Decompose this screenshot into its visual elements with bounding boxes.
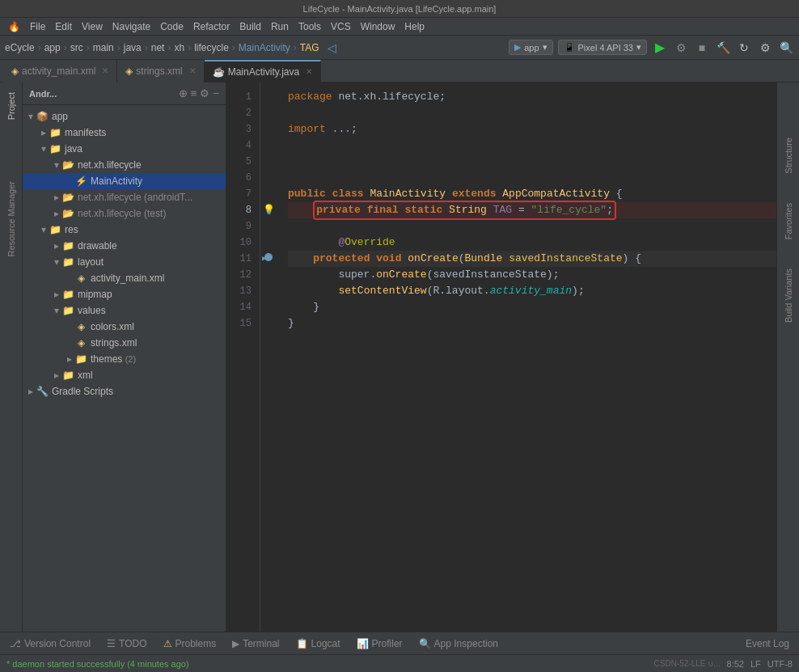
- sidebar-tab-structure[interactable]: Structure: [780, 131, 797, 180]
- bc-lifecycle[interactable]: lifecycle: [194, 42, 229, 53]
- tree-item-manifests[interactable]: ▸ 📁 manifests: [23, 125, 226, 141]
- tab-close-icon[interactable]: ✕: [306, 67, 312, 76]
- menu-run[interactable]: Run: [266, 19, 294, 34]
- bottom-tab-todo[interactable]: ☰ TODO: [104, 636, 150, 651]
- bc-java[interactable]: java: [124, 42, 142, 53]
- menu-bar: 🔥 File Edit View Navigate Code Refactor …: [0, 18, 799, 36]
- tab-activity-main-xml[interactable]: ◈ activity_main.xml ✕: [3, 60, 117, 82]
- tree-item-drawable[interactable]: ▸ 📁 drawable: [23, 238, 226, 254]
- tab-mainactivity-java[interactable]: ☕ MainActivity.java ✕: [205, 60, 321, 82]
- tree-item-mainactivity[interactable]: ⚡ MainActivity: [23, 173, 226, 189]
- tab-label: MainActivity.java: [228, 66, 299, 78]
- expand-arrow-icon: ▾: [26, 111, 36, 122]
- bc-src[interactable]: src: [70, 42, 83, 53]
- bottom-tab-profiler[interactable]: 📊 Profiler: [353, 636, 406, 651]
- bc-mainactivity[interactable]: MainActivity: [239, 42, 290, 53]
- tree-item-xml-folder[interactable]: ▸ 📁 xml: [23, 367, 226, 383]
- bottom-tab-event-log[interactable]: Event Log: [742, 636, 793, 651]
- menu-refactor[interactable]: Refactor: [188, 19, 235, 34]
- bottom-tab-app-inspection[interactable]: 🔍 App Inspection: [416, 636, 501, 651]
- menu-navigate[interactable]: Navigate: [108, 19, 155, 34]
- sidebar-tab-favorites[interactable]: Favorites: [780, 197, 797, 246]
- back-arrow-icon[interactable]: ◁: [328, 41, 336, 54]
- logcat-icon: 📋: [296, 638, 308, 649]
- tree-item-gradle-scripts[interactable]: ▸ 🔧 Gradle Scripts: [23, 383, 226, 399]
- tree-label: net.xh.lifecycle (test): [78, 208, 166, 219]
- menu-vcs[interactable]: VCS: [326, 19, 356, 34]
- bc-ecycle[interactable]: eCycle: [5, 42, 35, 53]
- debug-button[interactable]: ⚙: [673, 40, 689, 56]
- tree-item-package-test[interactable]: ▸ 📂 net.xh.lifecycle (test): [23, 205, 226, 222]
- search-button[interactable]: 🔍: [778, 40, 794, 56]
- run-button[interactable]: ▶: [652, 40, 668, 56]
- bc-xh[interactable]: xh: [174, 42, 184, 53]
- tree-item-mipmap[interactable]: ▸ 📁 mipmap: [23, 286, 226, 302]
- tree-item-app[interactable]: ▾ 📦 app: [23, 108, 226, 125]
- menu-code[interactable]: Code: [155, 19, 188, 34]
- code-line-1: package net.xh.lifecycle;: [288, 89, 776, 105]
- main-content: Project Resource Manager Andr... ⊕ ≡ ⚙ −…: [0, 82, 799, 632]
- tab-strings-xml[interactable]: ◈ strings.xml ✕: [117, 60, 204, 82]
- code-editor[interactable]: 1 2 3 4 5 6 7 8 9 10 11 12 13 14 15: [226, 82, 776, 632]
- folder-icon: 📁: [49, 126, 61, 139]
- package-icon: 📂: [61, 158, 74, 171]
- window-title: LifeCycle - MainActivity.java [LifeCycle…: [6, 4, 793, 14]
- menu-window[interactable]: Window: [356, 19, 400, 34]
- run-config-selector[interactable]: ▶ app ▾: [509, 40, 552, 55]
- tree-item-themes[interactable]: ▸ 📁 themes (2): [23, 351, 226, 367]
- menu-file[interactable]: File: [25, 19, 50, 34]
- tree-item-package-main[interactable]: ▾ 📂 net.xh.lifecycle: [23, 157, 226, 173]
- tree-item-res[interactable]: ▾ 📁 res: [23, 222, 226, 238]
- highlighted-code-box: private final static String TAG = "life_…: [313, 201, 616, 220]
- activity-icon: ⚡: [74, 175, 87, 188]
- tree-item-colors-xml[interactable]: ◈ colors.xml: [23, 319, 226, 335]
- tab-close-icon[interactable]: ✕: [189, 66, 196, 75]
- sidebar-tab-build-variants[interactable]: Build Variants: [780, 262, 797, 329]
- run-config-dropdown-icon: ▾: [543, 42, 547, 53]
- collapse-all-icon[interactable]: ≡: [191, 87, 197, 99]
- tree-item-package-android[interactable]: ▸ 📂 net.xh.lifecycle (androidT...: [23, 189, 226, 205]
- code-line-10: @Override: [288, 235, 776, 251]
- tree-label: MainActivity: [91, 175, 142, 187]
- bc-main[interactable]: main: [93, 42, 114, 53]
- bottom-tab-version-control[interactable]: ⎇ Version Control: [6, 636, 94, 651]
- bc-net[interactable]: net: [151, 42, 165, 53]
- menu-help[interactable]: Help: [400, 19, 429, 34]
- tree-item-layout[interactable]: ▾ 📁 layout: [23, 254, 226, 270]
- tree-item-java[interactable]: ▾ 📁 java: [23, 141, 226, 157]
- folder-icon: 📁: [61, 369, 74, 382]
- sidebar-tab-resource-manager[interactable]: Resource Manager: [3, 175, 19, 264]
- sidebar-tab-project[interactable]: Project: [3, 86, 19, 126]
- menu-build[interactable]: Build: [235, 19, 266, 34]
- build-button[interactable]: 🔨: [715, 40, 731, 56]
- menu-view[interactable]: View: [77, 19, 108, 34]
- tree-item-values[interactable]: ▾ 📁 values: [23, 302, 226, 319]
- settings-gear-icon[interactable]: ⚙: [200, 87, 209, 99]
- device-selector[interactable]: 📱 Pixel 4 API 33 ▾: [558, 40, 648, 55]
- tree-item-strings-xml[interactable]: ◈ strings.xml: [23, 335, 226, 351]
- device-icon: 📱: [564, 42, 575, 53]
- bc-app[interactable]: app: [44, 42, 61, 53]
- status-encoding: UTF-8: [767, 659, 793, 669]
- menu-edit[interactable]: Edit: [50, 19, 77, 34]
- code-content[interactable]: package net.xh.lifecycle; import ...; pu…: [278, 82, 776, 632]
- bottom-tab-terminal[interactable]: ▶ Terminal: [229, 636, 282, 651]
- tab-close-icon[interactable]: ✕: [102, 66, 108, 75]
- bottom-tab-logcat[interactable]: 📋 Logcat: [293, 636, 344, 651]
- stop-button[interactable]: ■: [694, 40, 710, 56]
- code-line-13: setContentView(R.layout.activity_main);: [288, 283, 776, 299]
- expand-arrow-icon: ▾: [52, 305, 61, 316]
- bc-tag[interactable]: TAG: [300, 42, 319, 53]
- bottom-tab-problems[interactable]: ⚠ Problems: [160, 636, 220, 651]
- menu-tools[interactable]: Tools: [294, 19, 326, 34]
- menu-fire[interactable]: 🔥: [3, 19, 25, 34]
- settings-button[interactable]: ⚙: [757, 40, 773, 56]
- sync-button[interactable]: ↻: [736, 40, 752, 56]
- close-panel-icon[interactable]: −: [213, 87, 219, 99]
- expand-arrow-icon: ▸: [26, 386, 36, 397]
- bulb-icon[interactable]: 💡: [263, 202, 275, 218]
- expand-all-icon[interactable]: ⊕: [179, 87, 188, 99]
- tree-item-activity-main-xml[interactable]: ◈ activity_main.xml: [23, 270, 226, 286]
- tree-label: layout: [78, 256, 104, 268]
- editor-area: 1 2 3 4 5 6 7 8 9 10 11 12 13 14 15: [226, 82, 776, 632]
